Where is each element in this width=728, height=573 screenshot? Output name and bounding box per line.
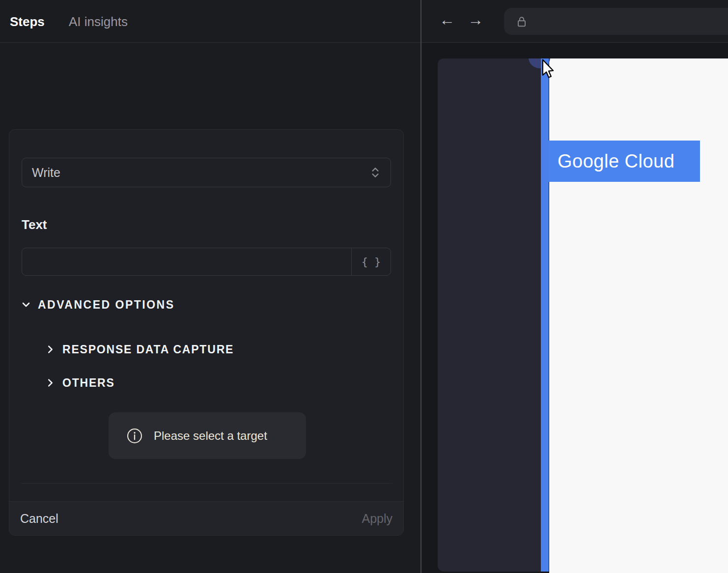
- info-icon: [126, 428, 143, 444]
- lock-icon: [515, 15, 529, 29]
- text-field-label: Text: [22, 217, 47, 232]
- panel-divider: [420, 0, 421, 573]
- browser-panel: ← → Google Cloud: [421, 0, 728, 573]
- back-arrow-icon[interactable]: ←: [439, 12, 455, 28]
- element-highlight-stripe[interactable]: [541, 58, 549, 572]
- google-cloud-logo-text: Google Cloud: [558, 151, 674, 172]
- step-row[interactable]: 1 Navigate to START_URL: [0, 65, 421, 98]
- text-input-wrap: { }: [22, 248, 391, 276]
- editor-footer: Cancel Apply: [9, 501, 403, 535]
- browser-viewport: Google Cloud: [421, 43, 728, 573]
- action-select[interactable]: Write: [22, 158, 391, 187]
- left-topbar: Steps AI insights: [0, 0, 421, 43]
- tab-steps[interactable]: Steps: [10, 14, 45, 29]
- response-data-capture-toggle[interactable]: RESPONSE DATA CAPTURE: [45, 342, 234, 357]
- action-select-value: Write: [32, 166, 370, 180]
- forward-arrow-icon[interactable]: →: [468, 12, 483, 28]
- chevron-right-icon: [45, 344, 56, 355]
- braces-icon: { }: [362, 256, 381, 268]
- google-cloud-highlight[interactable]: Google Cloud: [549, 141, 700, 182]
- cancel-button[interactable]: Cancel: [20, 512, 58, 526]
- chevron-up-down-icon: [370, 166, 381, 179]
- response-data-capture-label: RESPONSE DATA CAPTURE: [62, 343, 234, 356]
- text-input[interactable]: [22, 248, 351, 275]
- others-label: OTHERS: [62, 376, 115, 390]
- advanced-options-toggle[interactable]: ADVANCED OPTIONS: [20, 297, 175, 313]
- apply-button[interactable]: Apply: [362, 512, 392, 526]
- url-bar[interactable]: [504, 8, 728, 35]
- chevron-down-icon: [20, 299, 32, 311]
- page-content-area[interactable]: [549, 58, 728, 573]
- tab-ai-insights[interactable]: AI insights: [69, 14, 128, 29]
- page-preview[interactable]: Google Cloud: [438, 58, 728, 573]
- mouse-cursor-icon: [541, 59, 558, 79]
- footer-divider: [21, 483, 392, 484]
- insert-variable-button[interactable]: { }: [351, 248, 391, 275]
- step-editor-card: Write Text { } ADVANCED OPTIONS RESPONSE…: [9, 129, 404, 536]
- advanced-options-label: ADVANCED OPTIONS: [38, 298, 175, 312]
- select-target-message: Please select a target: [154, 429, 267, 443]
- browser-topbar: ← →: [421, 0, 728, 43]
- select-target-toast: Please select a target: [109, 412, 306, 459]
- others-toggle[interactable]: OTHERS: [45, 375, 115, 390]
- page-dark-sidebar[interactable]: [438, 58, 541, 572]
- chevron-right-icon: [45, 377, 56, 388]
- steps-panel: Steps AI insights 1 Navigate to START_UR…: [0, 0, 421, 573]
